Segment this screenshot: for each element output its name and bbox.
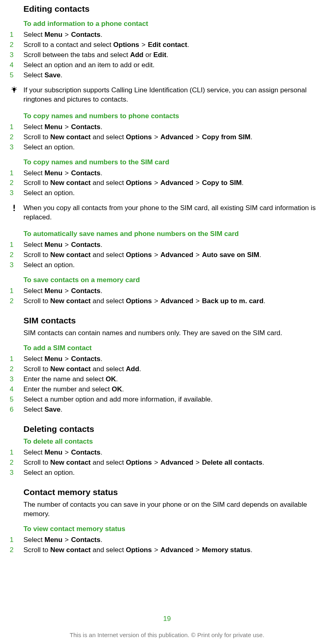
step-item: Select Menu > Contacts. [7,355,327,364]
procedure-heading: To automatically save names and phone nu… [23,230,327,239]
step-list: Select Menu > Contacts.Scroll to New con… [7,355,327,414]
step-item: Select Menu > Contacts. [7,448,327,457]
section-heading: Editing contacts [23,3,327,15]
section-heading: SIM contacts [23,315,327,326]
step-item: Select Menu > Contacts. [7,123,327,132]
svg-line-3 [12,87,13,88]
step-item: Scroll between the tabs and select Add o… [7,51,327,60]
svg-line-4 [16,87,17,88]
svg-point-8 [13,210,15,211]
step-item: Select an option. [7,143,327,152]
svg-rect-5 [13,92,15,92]
lightbulb-icon [11,86,23,104]
section-heading: Contact memory status [23,487,327,498]
step-list: Select Menu > Contacts.Scroll to New con… [7,448,327,478]
step-item: Scroll to New contact and select Add. [7,365,327,374]
tip-note: If your subscription supports Calling Li… [7,86,327,104]
step-list: Select Menu > Contacts.Scroll to a conta… [7,30,327,80]
body-text: SIM contacts can contain names and numbe… [23,329,327,338]
svg-rect-6 [14,92,15,93]
procedure-heading: To add information to a phone contact [23,19,327,29]
step-item: Enter the number and select OK. [7,385,327,394]
step-list: Select Menu > Contacts.Scroll to New con… [7,169,327,198]
step-list: Select Menu > Contacts.Scroll to New con… [7,287,327,306]
step-item: Scroll to New contact and select Options… [7,251,327,260]
step-item: Scroll to New contact and select Options… [7,179,327,188]
step-list: Select Menu > Contacts.Scroll to New con… [7,123,327,152]
page-number: 19 [0,614,334,624]
step-item: Select an option. [7,468,327,478]
step-item: Select Menu > Contacts. [7,30,327,40]
step-item: Select a number option and add more info… [7,395,327,404]
procedure-heading: To save contacts on a memory card [23,276,327,285]
exclamation-icon [11,204,23,222]
step-item: Select Save. [7,405,327,414]
step-item: Select Menu > Contacts. [7,287,327,296]
body-text: The number of contacts you can save in y… [23,500,327,519]
page-footer: 19 This is an Internet version of this p… [0,614,334,639]
procedure-heading: To copy names and numbers to phone conta… [23,112,327,121]
step-list: Select Menu > Contacts.Scroll to New con… [7,536,327,555]
note-text: If your subscription supports Calling Li… [23,86,327,104]
note-text: When you copy all contacts from your pho… [23,204,327,222]
step-item: Scroll to New contact and select Options… [7,297,327,306]
step-item: Select Menu > Contacts. [7,169,327,178]
step-item: Select Menu > Contacts. [7,536,327,545]
step-item: Select an option. [7,261,327,270]
step-item: Select Menu > Contacts. [7,240,327,250]
svg-rect-7 [14,205,15,209]
step-item: Scroll to a contact and select Options >… [7,40,327,50]
step-item: Select Save. [7,71,327,80]
step-list: Select Menu > Contacts.Scroll to New con… [7,240,327,270]
footer-note: This is an Internet version of this publ… [0,631,334,639]
step-item: Scroll to New contact and select Options… [7,458,327,468]
warning-note: When you copy all contacts from your pho… [7,204,327,222]
procedure-heading: To delete all contacts [23,437,327,446]
procedure-heading: To copy names and numbers to the SIM car… [23,158,327,167]
document-content: Editing contactsTo add information to a … [0,3,334,555]
procedure-heading: To add a SIM contact [23,344,327,353]
step-item: Enter the name and select OK. [7,375,327,384]
section-heading: Deleting contacts [23,423,327,435]
step-item: Scroll to New contact and select Options… [7,133,327,142]
step-item: Scroll to New contact and select Options… [7,546,327,555]
step-item: Select an option. [7,189,327,198]
step-item: Select an option and an item to add or e… [7,61,327,70]
procedure-heading: To view contact memory status [23,525,327,534]
